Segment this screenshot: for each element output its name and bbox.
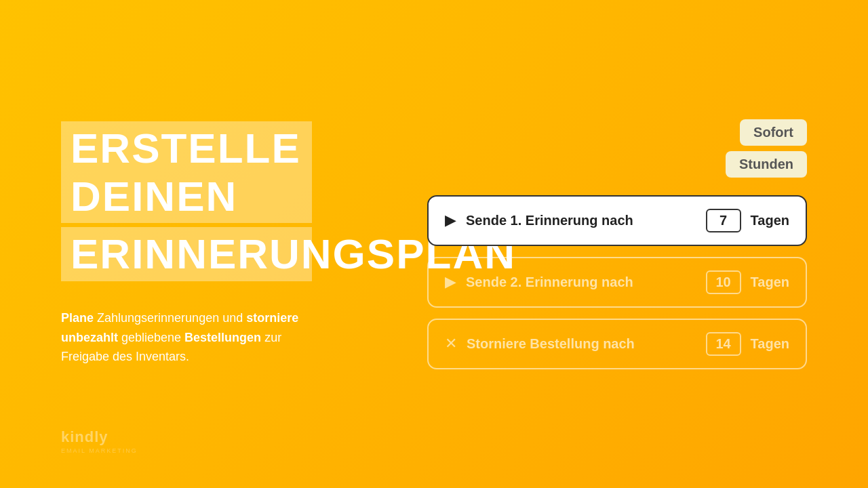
card-icon-3: ✕ — [445, 335, 457, 352]
badge-stunden[interactable]: Stunden — [726, 151, 807, 178]
card-label-2: Sende 2. Erinnerung nach — [466, 274, 696, 290]
title-block: ERSTELLE DEINEN ERINNERUNGSPLAN — [61, 121, 312, 281]
main-container: ERSTELLE DEINEN ERINNERUNGSPLAN Plane Za… — [0, 0, 868, 488]
card-label-1: Sende 1. Erinnerung nach — [466, 213, 696, 228]
reminder-card-3[interactable]: ✕ Storniere Bestellung nach 14 Tagen — [427, 319, 807, 369]
reminder-card-1[interactable]: ▶ Sende 1. Erinnerung nach 7 Tagen — [427, 195, 807, 246]
badge-group: Sofort Stunden — [726, 119, 807, 178]
card-icon-2: ▶ — [445, 273, 456, 291]
right-section: Sofort Stunden ▶ Sende 1. Erinnerung nac… — [339, 119, 868, 369]
card-unit-2: Tagen — [751, 274, 789, 290]
logo-name: kindly — [61, 428, 108, 445]
description-bold-bestellungen: Bestellungen — [184, 331, 261, 344]
title-line1: ERSTELLE DEINEN — [61, 121, 312, 224]
badge-sofort[interactable]: Sofort — [740, 119, 807, 146]
reminder-card-2[interactable]: ▶ Sende 2. Erinnerung nach 10 Tagen — [427, 257, 807, 308]
card-label-3: Storniere Bestellung nach — [467, 336, 696, 352]
description-bold-plane: Plane — [61, 311, 94, 325]
description: Plane Zahlungserinnerungen und storniere… — [61, 308, 312, 367]
card-unit-1: Tagen — [751, 213, 789, 228]
card-number-2[interactable]: 10 — [706, 270, 741, 294]
logo: kindly email marketing — [61, 428, 138, 454]
logo-tagline: email marketing — [61, 447, 138, 454]
card-icon-1: ▶ — [445, 211, 456, 229]
card-unit-3: Tagen — [751, 336, 789, 352]
card-number-1[interactable]: 7 — [706, 209, 741, 232]
description-bold-storniere: storniere unbezahlt — [61, 311, 298, 344]
left-section: ERSTELLE DEINEN ERINNERUNGSPLAN Plane Za… — [0, 121, 339, 367]
title-line2: ERINNERUNGSPLAN — [61, 227, 312, 281]
card-number-3[interactable]: 14 — [706, 332, 741, 356]
